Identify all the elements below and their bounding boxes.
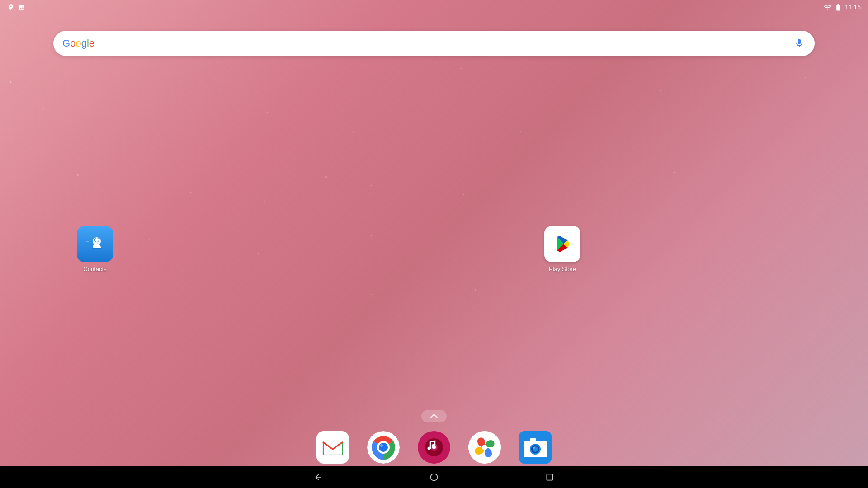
gmail-dock-icon[interactable]: [316, 431, 349, 464]
gallery-icon: [18, 4, 25, 11]
svg-rect-29: [547, 474, 552, 480]
gmail-icon-bg: [316, 431, 349, 464]
chevron-up-icon: [429, 413, 439, 419]
playstore-icon-bg: [544, 226, 580, 262]
svg-point-4: [95, 238, 99, 242]
dock: [0, 425, 868, 470]
svg-point-10: [379, 443, 388, 452]
home-button[interactable]: [426, 469, 442, 485]
svg-rect-26: [530, 438, 536, 442]
photos-dock-icon[interactable]: [468, 431, 501, 464]
camera-icon-bg: [519, 431, 552, 464]
recents-button[interactable]: [542, 469, 558, 485]
contacts-icon-bg: [77, 226, 113, 262]
google-search-bar[interactable]: Google: [53, 31, 815, 56]
svg-rect-7: [342, 442, 343, 455]
back-icon: [314, 473, 323, 482]
music-dock-icon[interactable]: [418, 431, 450, 464]
back-button[interactable]: [310, 469, 326, 485]
svg-rect-0: [86, 239, 90, 239]
contacts-app-label: Contacts: [83, 266, 106, 272]
svg-rect-27: [543, 443, 546, 445]
svg-point-11: [380, 444, 383, 447]
mic-icon[interactable]: [793, 37, 806, 50]
photos-icon-bg: [468, 431, 501, 464]
location-icon: [7, 4, 14, 11]
chrome-icon-bg: [367, 431, 400, 464]
battery-icon: [834, 3, 842, 11]
music-icon-bg: [418, 431, 450, 464]
contacts-app-icon[interactable]: Contacts: [73, 226, 117, 272]
svg-point-25: [533, 447, 535, 449]
status-right-icons: 11:15: [823, 3, 861, 11]
wifi-icon: [823, 3, 831, 11]
status-time: 11:15: [845, 4, 861, 11]
nav-bar: [0, 466, 868, 488]
svg-rect-1: [86, 241, 89, 242]
svg-point-28: [431, 474, 438, 481]
svg-point-16: [428, 447, 431, 450]
playstore-app-label: Play Store: [549, 266, 576, 272]
recents-icon: [545, 473, 554, 482]
camera-dock-icon[interactable]: [519, 431, 552, 464]
status-left-icons: [7, 4, 25, 11]
svg-point-17: [432, 444, 435, 447]
google-logo: Google: [62, 38, 94, 49]
chrome-dock-icon[interactable]: [367, 431, 400, 464]
home-icon: [429, 473, 439, 482]
playstore-app-icon[interactable]: Play Store: [541, 226, 584, 272]
status-bar: 11:15: [0, 0, 868, 14]
svg-point-19: [482, 445, 487, 450]
svg-rect-6: [323, 442, 324, 455]
app-drawer-button[interactable]: [421, 410, 447, 422]
